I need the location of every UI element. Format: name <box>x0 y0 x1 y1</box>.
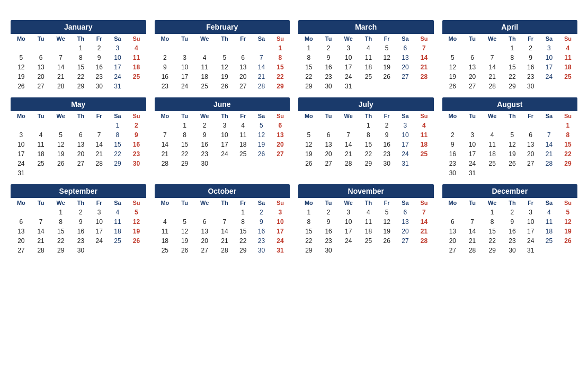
day-cell: 25 <box>127 72 146 82</box>
day-cell: 18 <box>414 140 433 149</box>
day-header-su: Su <box>414 34 433 43</box>
day-cell: 2 <box>503 208 521 217</box>
day-cell: 13 <box>234 62 252 72</box>
day-cell: 16 <box>127 140 146 149</box>
day-cell: 12 <box>298 140 319 149</box>
day-cell: 15 <box>50 227 72 236</box>
day-header-we: We <box>50 34 72 43</box>
day-cell: 25 <box>540 236 558 246</box>
day-cell: 11 <box>155 227 176 236</box>
day-cell: 23 <box>127 149 146 159</box>
day-cell: 10 <box>463 140 482 149</box>
day-cell: 18 <box>32 149 50 159</box>
day-cell: 28 <box>463 246 482 255</box>
day-cell: 20 <box>396 227 414 236</box>
day-cell: 19 <box>50 149 72 159</box>
day-cell: 25 <box>32 159 50 168</box>
day-cell: 10 <box>90 217 109 227</box>
day-cell <box>155 208 176 217</box>
day-cell: 20 <box>11 236 32 246</box>
day-cell: 28 <box>482 82 503 91</box>
day-header-th: Th <box>359 198 378 208</box>
day-header-tu: Tu <box>32 198 50 208</box>
day-cell: 28 <box>90 159 109 168</box>
day-cell: 10 <box>215 130 234 140</box>
day-cell: 6 <box>442 217 464 227</box>
month-header-august: August <box>442 97 578 111</box>
day-cell: 23 <box>521 72 540 82</box>
day-cell: 13 <box>463 62 482 72</box>
day-header-th: Th <box>72 111 90 121</box>
day-header-tu: Tu <box>463 111 482 121</box>
day-cell: 1 <box>175 121 194 130</box>
day-cell-empty <box>50 168 72 178</box>
day-cell: 3 <box>463 130 482 140</box>
day-cell: 7 <box>90 130 109 140</box>
day-cell: 15 <box>234 227 252 236</box>
day-cell: 29 <box>72 82 90 91</box>
day-header-we: We <box>337 198 359 208</box>
day-cell: 19 <box>252 140 271 149</box>
day-cell: 25 <box>414 149 433 159</box>
day-cell-empty <box>558 246 577 255</box>
day-cell: 9 <box>72 217 90 227</box>
day-cell: 24 <box>108 72 127 82</box>
day-cell: 16 <box>90 62 109 72</box>
day-cell: 26 <box>378 236 396 246</box>
day-cell: 4 <box>359 43 378 53</box>
day-cell: 1 <box>298 43 319 53</box>
day-cell: 15 <box>175 140 194 149</box>
day-cell: 13 <box>11 227 32 236</box>
day-header-sa: Sa <box>540 34 558 43</box>
day-cell: 28 <box>32 246 50 255</box>
day-header-sa: Sa <box>396 34 414 43</box>
day-cell <box>442 121 464 130</box>
day-cell: 21 <box>482 72 503 82</box>
month-table-june: MoTuWeThFrSaSu12345678910111213141516171… <box>155 111 290 168</box>
day-cell: 27 <box>396 236 414 246</box>
day-cell: 6 <box>396 208 414 217</box>
day-cell: 20 <box>194 236 216 246</box>
day-cell: 18 <box>108 227 127 236</box>
day-cell: 31 <box>337 82 359 91</box>
day-cell: 31 <box>271 246 290 255</box>
day-cell: 25 <box>359 236 378 246</box>
day-cell: 1 <box>108 121 127 130</box>
day-cell: 12 <box>252 130 271 140</box>
month-header-june: June <box>155 97 290 111</box>
day-cell: 14 <box>90 140 109 149</box>
day-cell: 26 <box>50 159 72 168</box>
day-header-fr: Fr <box>234 34 252 43</box>
day-cell: 9 <box>252 217 271 227</box>
day-header-tu: Tu <box>463 198 482 208</box>
day-header-fr: Fr <box>521 198 540 208</box>
day-header-tu: Tu <box>319 111 338 121</box>
day-cell: 2 <box>194 121 216 130</box>
day-cell: 26 <box>11 82 32 91</box>
day-cell: 28 <box>540 159 558 168</box>
day-cell: 22 <box>271 72 290 82</box>
month-march: MarchMoTuWeThFrSaSu123456789101112131415… <box>298 20 434 91</box>
day-cell: 27 <box>521 159 540 168</box>
day-cell: 6 <box>11 217 32 227</box>
day-cell: 1 <box>271 43 290 53</box>
day-cell: 13 <box>72 140 90 149</box>
day-cell: 22 <box>175 149 194 159</box>
day-cell <box>215 208 234 217</box>
month-table-september: MoTuWeThFrSaSu12345678910111213141516171… <box>11 198 146 255</box>
day-cell: 4 <box>108 208 127 217</box>
day-header-su: Su <box>127 111 146 121</box>
day-cell: 26 <box>252 149 271 159</box>
day-cell: 28 <box>252 82 271 91</box>
month-february: FebruaryMoTuWeThFrSaSu123456789101112131… <box>155 20 290 91</box>
day-cell: 8 <box>72 53 90 62</box>
day-header-su: Su <box>127 198 146 208</box>
month-header-january: January <box>11 20 146 34</box>
day-cell: 31 <box>463 168 482 178</box>
day-cell: 14 <box>252 62 271 72</box>
day-cell: 24 <box>463 159 482 168</box>
day-cell: 17 <box>271 227 290 236</box>
day-cell: 17 <box>396 140 414 149</box>
day-cell: 22 <box>72 72 90 82</box>
day-cell: 13 <box>319 140 338 149</box>
